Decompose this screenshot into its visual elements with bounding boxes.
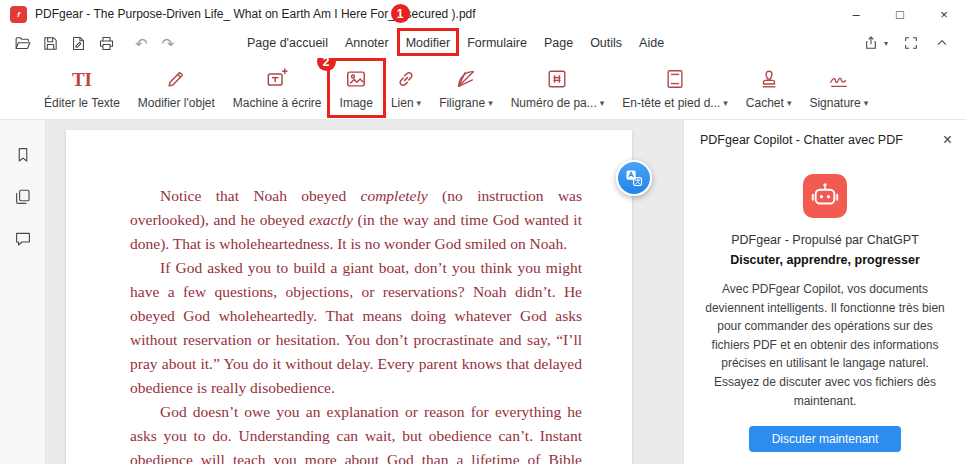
comments-panel-button[interactable] xyxy=(14,230,32,248)
document-paragraph: God doesn’t owe you an explanation or re… xyxy=(130,400,582,464)
maximize-button[interactable]: □ xyxy=(878,0,922,28)
ribbon-label: Numéro de pa...▾ xyxy=(511,96,605,110)
ribbon-label: Filigrane▾ xyxy=(439,96,493,110)
share-dropdown-caret-icon[interactable]: ▾ xyxy=(884,39,888,48)
tab-page[interactable]: Page xyxy=(544,36,573,50)
dropdown-caret-icon: ▾ xyxy=(417,98,422,108)
ribbon-label: En-tête et pied d...▾ xyxy=(622,96,728,110)
image-icon xyxy=(345,67,367,91)
dropdown-caret-icon: ▾ xyxy=(864,98,869,108)
ribbon-label: Modifier l'objet xyxy=(138,96,215,110)
translate-icon xyxy=(624,168,644,188)
pdf-page: Notice that Noah obeyed completely (no i… xyxy=(66,130,632,464)
ribbon-label: Éditer le Texte xyxy=(44,96,120,110)
pdfgear-logo-icon: f xyxy=(10,6,27,23)
edit-ribbon: TI Éditer le Texte Modifier l'objet Mach… xyxy=(0,58,966,120)
stamp-button[interactable]: Cachet▾ xyxy=(746,67,792,110)
tab-modifier-label: Modifier xyxy=(406,36,450,50)
edit-text-icon: TI xyxy=(72,67,92,91)
save-button[interactable] xyxy=(42,35,59,52)
dropdown-caret-icon: ▾ xyxy=(787,98,792,108)
link-icon xyxy=(395,67,417,91)
copilot-close-button[interactable]: × xyxy=(943,132,952,148)
share-button[interactable] xyxy=(863,35,879,51)
copilot-panel: PDFgear Copilot - Chatter avec PDF × PDF… xyxy=(683,120,966,464)
typewriter-icon xyxy=(266,67,288,91)
watermark-icon xyxy=(455,67,477,91)
tab-page-daccueil[interactable]: Page d'accueil xyxy=(247,36,328,50)
dropdown-caret-icon: ▾ xyxy=(488,98,493,108)
header-footer-button[interactable]: En-tête et pied d...▾ xyxy=(622,67,728,110)
tab-formulaire[interactable]: Formulaire xyxy=(467,36,527,50)
document-paragraph: If God asked you to build a giant boat, … xyxy=(130,256,582,400)
minimize-button[interactable]: – xyxy=(834,0,878,28)
page-number-button[interactable]: Numéro de pa...▾ xyxy=(511,67,605,110)
tab-aide[interactable]: Aide xyxy=(639,36,664,50)
header-footer-icon xyxy=(664,67,686,91)
ribbon-label: Machine à écrire xyxy=(233,96,322,110)
stamp-icon xyxy=(758,67,780,91)
close-button[interactable]: × xyxy=(922,0,966,28)
dropdown-caret-icon: ▾ xyxy=(600,98,605,108)
ribbon-label: Image xyxy=(340,96,373,110)
quick-access-toolbar xyxy=(0,35,115,52)
open-file-button[interactable] xyxy=(14,35,31,52)
document-view: Notice that Noah obeyed completely (no i… xyxy=(46,120,683,464)
copilot-description: Avec PDFgear Copilot, vos documents devi… xyxy=(700,280,950,410)
signature-button[interactable]: Signature▾ xyxy=(809,67,868,110)
copilot-body: PDFgear - Propulsé par ChatGPT Discuter,… xyxy=(684,154,966,464)
fullscreen-button[interactable] xyxy=(903,35,919,51)
main-area: Notice that Noah obeyed completely (no i… xyxy=(0,120,966,464)
typewriter-button[interactable]: Machine à écrire xyxy=(233,67,322,110)
translate-button[interactable] xyxy=(616,160,652,196)
document-paragraph: Notice that Noah obeyed completely (no i… xyxy=(130,184,582,256)
dropdown-caret-icon: ▾ xyxy=(723,98,728,108)
pencil-icon xyxy=(165,67,187,91)
save-as-button[interactable] xyxy=(70,35,87,52)
tab-annoter[interactable]: Annoter xyxy=(345,36,389,50)
redo-icon[interactable]: ↷ xyxy=(162,36,175,51)
undo-icon[interactable]: ↶ xyxy=(135,36,148,51)
print-button[interactable] xyxy=(98,35,115,52)
copilot-brand-text: PDFgear - Propulsé par ChatGPT xyxy=(731,233,919,247)
copilot-robot-icon xyxy=(803,174,847,218)
menubar: ↶ ↷ Page d'accueil Annoter Modifier 1 Fo… xyxy=(0,28,966,58)
copilot-panel-title: PDFgear Copilot - Chatter avec PDF xyxy=(700,133,903,147)
chat-now-button[interactable]: Discuter maintenant xyxy=(749,426,901,452)
pdf-text: Notice that Noah obeyed completely (no i… xyxy=(130,184,582,464)
window-title: PDFgear - The Purpose-Driven Life_ What … xyxy=(35,7,476,21)
page-number-icon xyxy=(546,67,568,91)
tab-outils[interactable]: Outils xyxy=(590,36,622,50)
edit-object-button[interactable]: Modifier l'objet xyxy=(138,67,215,110)
history-tools: ↶ ↷ xyxy=(135,36,174,51)
ribbon-label: Cachet▾ xyxy=(746,96,792,110)
signature-icon xyxy=(828,67,850,91)
watermark-button[interactable]: Filigrane▾ xyxy=(439,67,493,110)
ribbon-label: Signature▾ xyxy=(809,96,868,110)
copilot-header: PDFgear Copilot - Chatter avec PDF × xyxy=(684,120,966,154)
window-controls: – □ × xyxy=(834,0,966,28)
main-menu-tabs: Page d'accueil Annoter Modifier 1 Formul… xyxy=(247,28,664,58)
bookmarks-panel-button[interactable] xyxy=(14,146,32,164)
window-toolbar-right: ▾ xyxy=(863,35,966,51)
collapse-toolbar-button[interactable] xyxy=(934,35,950,51)
edit-text-button[interactable]: TI Éditer le Texte xyxy=(44,67,120,110)
left-sidebar xyxy=(0,120,46,464)
tab-modifier[interactable]: Modifier 1 xyxy=(406,36,450,50)
copilot-tagline: Discuter, apprendre, progresser xyxy=(730,253,920,267)
ribbon-label: Lien▾ xyxy=(391,96,421,110)
page-thumbnails-button[interactable] xyxy=(14,188,32,206)
insert-image-button[interactable]: Image 2 xyxy=(340,67,373,110)
link-button[interactable]: Lien▾ xyxy=(391,67,421,110)
titlebar: f PDFgear - The Purpose-Driven Life_ Wha… xyxy=(0,0,966,28)
